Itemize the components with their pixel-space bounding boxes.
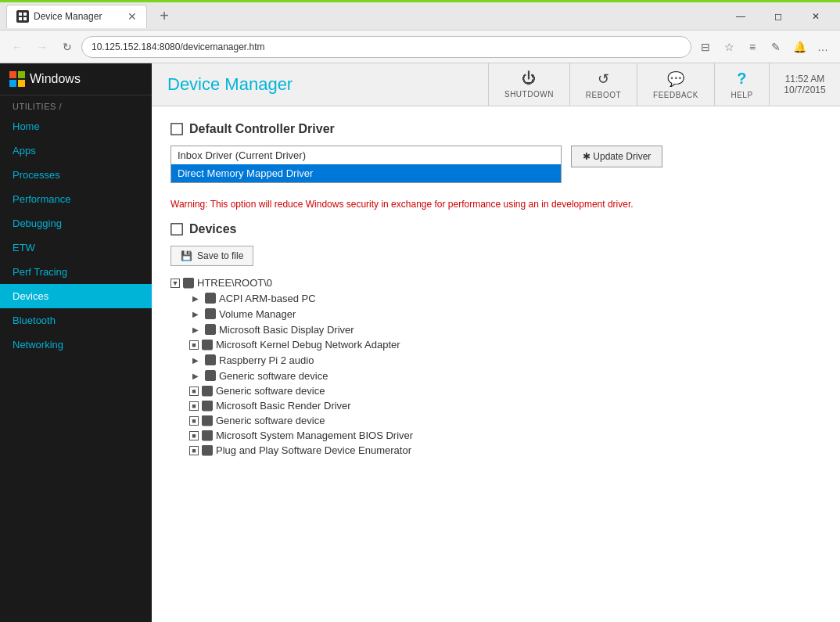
tree-label-rpiaudio: Raspberry Pi 2 audio — [219, 354, 314, 366]
svg-rect-1 — [23, 13, 27, 16]
tree-item-rpiaudio: ▶ Raspberry Pi 2 audio — [189, 352, 821, 368]
tree-item-smbios: ■ Microsoft System Management BIOS Drive… — [189, 428, 821, 443]
sidebar-brand-label: Windows — [30, 72, 81, 86]
sidebar-item-bluetooth[interactable]: Bluetooth — [0, 308, 152, 333]
sidebar-item-performance[interactable]: Performance — [0, 187, 152, 211]
more-options-icon[interactable]: … — [812, 36, 834, 58]
tree-device-icon-volume — [205, 308, 216, 319]
reboot-btn[interactable]: ↺ REBOOT — [570, 63, 637, 106]
driver-option-direct-memory[interactable]: Direct Memory Mapped Driver — [171, 164, 561, 182]
bookmark-icon[interactable]: ☆ — [718, 36, 740, 58]
tree-sq-pnp[interactable]: ■ — [189, 446, 199, 455]
tree-expand-rpiaudio[interactable]: ▶ — [189, 354, 202, 366]
sidebar-item-networking[interactable]: Networking — [0, 333, 152, 357]
notifications-icon[interactable]: 🔔 — [788, 36, 810, 58]
sidebar-item-debugging[interactable]: Debugging — [0, 211, 152, 235]
sidebar-item-home[interactable]: Home — [0, 114, 152, 138]
tree-sq-gsd3[interactable]: ■ — [189, 416, 199, 426]
page-content: Default Controller Driver Inbox Driver (… — [152, 106, 840, 622]
tab-title: Device Manager — [34, 11, 123, 22]
tree-expand-gsd1[interactable]: ▶ — [189, 369, 202, 382]
address-bar: ← → ↻ ⊟ ☆ ≡ ✎ 🔔 … — [0, 31, 840, 63]
save-to-file-btn[interactable]: 💾 Save to file — [171, 246, 253, 266]
windows-logo-icon — [9, 71, 25, 87]
tree-label-gsd3: Generic software device — [216, 415, 325, 426]
driver-option-inbox[interactable]: Inbox Driver (Current Driver) — [171, 146, 561, 164]
maximize-btn[interactable]: ◻ — [760, 2, 796, 31]
browser-tab[interactable]: Device Manager ✕ — [6, 5, 147, 28]
sidebar-nav: Home Apps Processes Performance Debuggin… — [0, 114, 152, 622]
sidebar-item-apps[interactable]: Apps — [0, 138, 152, 163]
page-title-area: Device Manager — [152, 63, 488, 106]
sidebar-item-devices[interactable]: Devices — [0, 284, 152, 308]
tree-device-icon-gsd1 — [205, 370, 216, 381]
tree-label-gsd1: Generic software device — [219, 370, 328, 382]
tree-device-icon-kdbgnet — [202, 340, 213, 351]
tree-item-pnp: ■ Plug and Play Software Device Enumerat… — [189, 443, 821, 458]
tree-sq-kdbgnet[interactable]: ■ — [189, 340, 199, 350]
sidebar-section-label: UTILITIES / — [0, 95, 152, 114]
tab-favicon — [16, 10, 29, 23]
driver-section-icon — [171, 123, 183, 135]
tree-sq-msbrd[interactable]: ■ — [189, 401, 199, 411]
tree-expand-msbasicdd[interactable]: ▶ — [189, 323, 202, 336]
tree-device-icon-acpi — [205, 293, 216, 304]
svg-rect-3 — [23, 17, 27, 20]
hamburger-menu-icon[interactable]: ≡ — [741, 36, 763, 58]
shutdown-btn[interactable]: ⏻ SHUTDOWN — [489, 63, 570, 106]
feedback-btn[interactable]: 💬 FEEDBACK — [637, 63, 715, 106]
svg-rect-4 — [172, 124, 182, 135]
driver-controls-row: Inbox Driver (Current Driver) Direct Mem… — [171, 146, 821, 192]
tree-item-gsd2: ■ Generic software device — [189, 383, 821, 398]
refresh-btn[interactable]: ↻ — [56, 36, 78, 58]
help-label: HELP — [731, 91, 752, 99]
forward-btn[interactable]: → — [31, 36, 53, 58]
devices-section: Devices 💾 Save to file ▼ HTREE\ROOT\0 — [171, 222, 821, 458]
tree-label-msbasicdd: Microsoft Basic Display Driver — [219, 324, 354, 336]
content-area: Device Manager ⏻ SHUTDOWN ↺ REBOOT 💬 FEE… — [152, 63, 840, 622]
close-btn[interactable]: ✕ — [798, 2, 834, 31]
save-to-file-label: Save to file — [197, 250, 243, 261]
tree-label-kdbgnet: Microsoft Kernel Debug Network Adapter — [216, 339, 400, 351]
tree-item-msbasicdd: ▶ Microsoft Basic Display Driver — [189, 322, 821, 337]
shutdown-icon: ⏻ — [522, 70, 537, 87]
sidebar-item-etw[interactable]: ETW — [0, 235, 152, 260]
page-title: Device Manager — [167, 74, 293, 95]
tree-sq-smbios[interactable]: ■ — [189, 431, 199, 440]
reboot-label: REBOOT — [586, 91, 621, 99]
svg-rect-0 — [19, 13, 22, 16]
svg-rect-2 — [19, 17, 22, 20]
tree-root-item: ▼ HTREE\ROOT\0 — [171, 275, 821, 290]
minimize-btn[interactable]: — — [723, 2, 759, 31]
time-display: 11:52 AM 10/7/2015 — [770, 63, 840, 106]
tree-device-icon-rpiaudio — [205, 354, 216, 365]
tree-device-icon-gsd3 — [202, 415, 213, 426]
tree-children: ▶ ACPI ARM-based PC ▶ Volume Manager — [189, 290, 821, 458]
tree-device-icon-smbios — [202, 430, 213, 441]
tree-device-icon-pnp — [202, 445, 213, 456]
device-tree: ▼ HTREE\ROOT\0 ▶ ACPI ARM-based PC — [171, 275, 821, 458]
tree-expand-acpi[interactable]: ▶ — [189, 292, 202, 304]
top-bar: Device Manager ⏻ SHUTDOWN ↺ REBOOT 💬 FEE… — [152, 63, 840, 106]
tree-label-acpi: ACPI ARM-based PC — [219, 293, 316, 304]
tree-root-label: HTREE\ROOT\0 — [197, 277, 272, 289]
help-btn[interactable]: ? HELP — [715, 63, 770, 106]
tree-label-msbrd: Microsoft Basic Render Driver — [216, 400, 351, 412]
new-tab-btn[interactable]: + — [153, 5, 175, 27]
tree-sq-gsd2[interactable]: ■ — [189, 387, 199, 396]
tree-item-gsd1: ▶ Generic software device — [189, 368, 821, 383]
edit-icon[interactable]: ✎ — [765, 36, 787, 58]
back-btn[interactable]: ← — [6, 36, 28, 58]
tree-item-gsd3: ■ Generic software device — [189, 413, 821, 428]
update-driver-btn[interactable]: ✱ Update Driver — [571, 146, 662, 167]
warning-text: Warning: This option will reduce Windows… — [171, 199, 821, 210]
tree-expand-volume[interactable]: ▶ — [189, 307, 202, 320]
sidebar-item-perf-tracing[interactable]: Perf Tracing — [0, 260, 152, 284]
reader-view-icon[interactable]: ⊟ — [695, 36, 716, 58]
url-input[interactable] — [81, 36, 691, 58]
tree-root-expand[interactable]: ▼ — [171, 279, 180, 288]
sidebar-item-processes[interactable]: Processes — [0, 163, 152, 187]
tab-close-btn[interactable]: ✕ — [127, 10, 137, 23]
driver-listbox[interactable]: Inbox Driver (Current Driver) Direct Mem… — [171, 146, 562, 183]
feedback-icon: 💬 — [667, 70, 685, 88]
